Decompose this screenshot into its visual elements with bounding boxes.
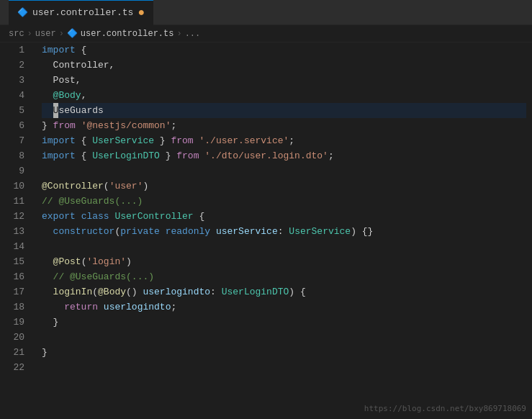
- token: [42, 269, 53, 284]
- line-number: 12: [6, 209, 24, 224]
- token: UserLoginDTO: [92, 148, 160, 163]
- code-line: }: [42, 345, 526, 360]
- token: readonly: [166, 224, 210, 239]
- code-line: [42, 360, 526, 375]
- line-number: 20: [6, 330, 24, 345]
- token: ) {: [289, 284, 305, 299]
- token: 'user': [109, 179, 143, 194]
- token: (): [126, 284, 143, 299]
- line-number: 21: [6, 345, 24, 360]
- breadcrumb-ellipsis: ...: [185, 29, 201, 39]
- token: userService: [216, 224, 278, 239]
- token: [42, 254, 53, 269]
- token: '@nestjs/common': [81, 118, 171, 133]
- token: }: [42, 315, 58, 330]
- breadcrumb-file: user.controller.ts: [81, 29, 174, 39]
- text-cursor: U: [53, 103, 59, 118]
- token: [42, 284, 53, 299]
- token: :: [210, 284, 222, 299]
- token: private: [120, 224, 160, 239]
- code-line: import { UserService } from './user.serv…: [42, 133, 526, 148]
- line-number: 14: [6, 239, 24, 254]
- line-number: 13: [6, 224, 24, 239]
- line-number: 4: [6, 88, 24, 103]
- token: [42, 224, 53, 239]
- token: {: [194, 209, 205, 224]
- code-line: import {: [42, 42, 526, 58]
- code-line: [42, 163, 526, 179]
- line-number: 10: [6, 179, 24, 194]
- code-line: @Body,: [42, 88, 526, 103]
- token: :: [278, 224, 289, 239]
- code-line: @Controller('user'): [42, 179, 526, 194]
- token: ): [143, 179, 148, 194]
- token: @Post: [53, 254, 81, 269]
- token: from: [171, 133, 193, 148]
- editor-tab[interactable]: 🔷 user.controller.ts ●: [9, 0, 153, 25]
- token: export: [42, 209, 76, 224]
- token: constructor: [53, 224, 115, 239]
- token: (: [81, 254, 87, 269]
- line-number: 9: [6, 163, 24, 179]
- token: return: [64, 299, 98, 315]
- editor[interactable]: 12345678910111213141516171819202122 impo…: [0, 42, 532, 419]
- token: // @UseGuards(...): [42, 194, 143, 209]
- code-line: // @UseGuards(...): [42, 269, 526, 284]
- token: }: [42, 118, 53, 133]
- token: ;: [328, 148, 334, 163]
- token: @Controller: [42, 179, 104, 194]
- token: UserService: [92, 133, 154, 148]
- token: import: [42, 148, 76, 163]
- token: UserLoginDTO: [222, 284, 289, 299]
- token: {: [76, 148, 92, 163]
- token: // @UseGuards(...): [53, 269, 154, 284]
- code-line: [42, 239, 526, 254]
- editor-wrapper: 12345678910111213141516171819202122 impo…: [0, 42, 532, 419]
- token: [76, 118, 81, 133]
- token: [98, 299, 104, 315]
- line-number: 6: [6, 118, 24, 133]
- token: [199, 148, 204, 163]
- token: Controller,: [42, 58, 114, 73]
- code-line: UseGuards: [42, 103, 526, 118]
- code-line: Post,: [42, 73, 526, 88]
- token: 'login': [86, 254, 126, 269]
- token: [160, 224, 166, 239]
- token: ) {}: [351, 224, 373, 239]
- line-number: 1: [6, 42, 24, 58]
- code-line: [42, 330, 526, 345]
- token: [109, 209, 115, 224]
- watermark: https://blog.csdn.net/bxy869718069: [364, 404, 526, 413]
- token: from: [176, 148, 199, 163]
- breadcrumb: src › user › 🔷 user.controller.ts › ...: [0, 25, 532, 42]
- token: './user.service': [199, 133, 289, 148]
- token: ;: [171, 118, 176, 133]
- token: (: [92, 284, 98, 299]
- line-number: 18: [6, 299, 24, 315]
- code-line: export class UserController {: [42, 209, 526, 224]
- token: }: [154, 133, 171, 148]
- file-icon: 🔷: [17, 7, 28, 18]
- line-number: 8: [6, 148, 24, 163]
- token: UserController: [114, 209, 193, 224]
- tab-filename: user.controller.ts: [32, 7, 133, 18]
- token: [76, 209, 81, 224]
- token: @Body: [53, 88, 81, 103]
- token: userlogindto: [104, 299, 171, 315]
- token: ;: [171, 299, 176, 315]
- code-line: import { UserLoginDTO } from './dto/user…: [42, 148, 526, 163]
- token: }: [160, 148, 176, 163]
- line-number: 16: [6, 269, 24, 284]
- breadcrumb-icon: 🔷: [67, 28, 78, 39]
- token: userlogindto: [143, 284, 210, 299]
- token: {: [76, 42, 87, 58]
- token: Post,: [42, 73, 81, 88]
- code-content[interactable]: import { Controller, Post, @Body, UseGua…: [36, 42, 532, 419]
- breadcrumb-src: src: [9, 29, 24, 39]
- token: {: [76, 133, 92, 148]
- token: @Body: [98, 284, 126, 299]
- code-line: }: [42, 315, 526, 330]
- token: [194, 133, 199, 148]
- title-bar: 🔷 user.controller.ts ●: [0, 0, 532, 25]
- breadcrumb-user: user: [35, 29, 56, 39]
